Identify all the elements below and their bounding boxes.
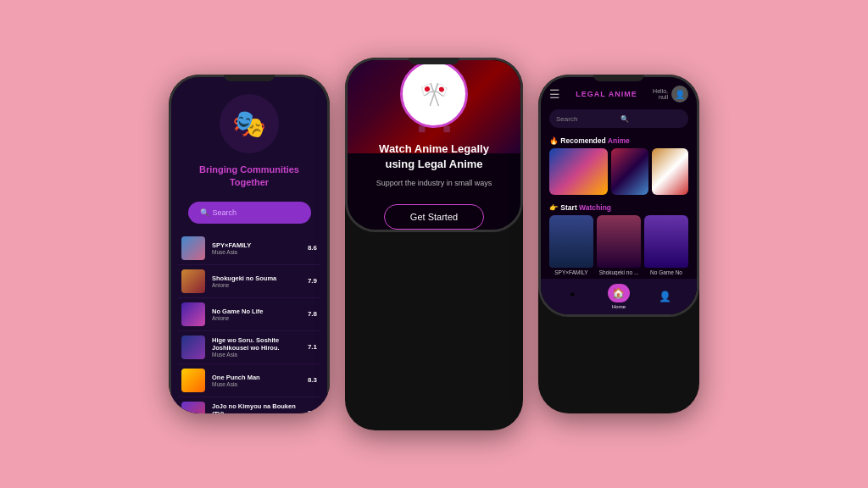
list-item[interactable]: No Game No Life Anione 7.8 (178, 298, 320, 331)
nav-icon: 🏠 (608, 284, 630, 302)
anime-score: 8.6 (308, 244, 317, 252)
phone-1-tagline: Bringing Communities Together (171, 164, 327, 190)
phone-1-anime-list: SPY×FAMILY Muse Asia 8.6 Shokugeki no So… (171, 232, 327, 413)
app-search-icon: 🔍 (620, 115, 682, 123)
banner-2 (611, 148, 648, 195)
app-header: ☰ LEGAL ANIME Hello, null 👤 (541, 77, 697, 106)
anime-title: No Game No Life (212, 308, 308, 315)
hamburger-icon[interactable]: ☰ (549, 87, 560, 101)
phone-2-title: Watch Anime Legally using Legal Anime (348, 141, 520, 172)
phone-2-logo: 🎌 (400, 60, 468, 128)
hello-label: Hello, (653, 88, 668, 94)
nav-item[interactable]: 🏠 Home (608, 284, 630, 309)
anime-card-label: Shokugeki no ... (597, 269, 641, 275)
anime-thumb (181, 269, 205, 293)
app-title: LEGAL ANIME (576, 90, 637, 98)
anime-source: Anione (212, 282, 308, 288)
phone-1-border: 🎭 Bringing Communities Together 🔍 Search… (169, 75, 330, 413)
anime-source: Muse Asia (212, 381, 308, 387)
bottom-nav: ❝ 🏠 Home 👤 (541, 279, 697, 314)
anime-thumb (181, 402, 205, 413)
anime-info: Shokugeki no Souma Anione (212, 274, 308, 288)
anime-card-label: No Game No (644, 269, 688, 275)
phone-1-avatar: 🎭 (220, 94, 279, 153)
phone-1-search-bar[interactable]: 🔍 Search (188, 202, 311, 224)
list-item[interactable]: One Punch Man Muse Asia 8.3 (178, 364, 320, 397)
anime-card[interactable]: SPY×FAMILY (549, 215, 593, 275)
phone-1: 🎭 Bringing Communities Together 🔍 Search… (169, 75, 330, 413)
list-item[interactable]: JoJo no Kimyou na Bouken (TV) Muse Asia … (178, 397, 320, 413)
anime-score: 7.9 (308, 277, 317, 285)
nav-label: Home (612, 304, 626, 309)
phone-3: ☰ LEGAL ANIME Hello, null 👤 Search 🔍 (538, 75, 699, 413)
banner-3 (652, 148, 688, 195)
search-row: Search 🔍 (541, 106, 697, 133)
phone-3-border: ☰ LEGAL ANIME Hello, null 👤 Search 🔍 (538, 75, 699, 317)
start-watching-label: 👉 Start Watching (541, 200, 697, 215)
user-avatar[interactable]: 👤 (671, 86, 688, 103)
start-watching-suffix: Watching (577, 203, 611, 212)
anime-card-img (644, 215, 688, 268)
hello-text: Hello, null (653, 88, 668, 100)
anime-title: SPY×FAMILY (212, 241, 308, 249)
anime-source: Anione (212, 315, 308, 321)
header-right: Hello, null 👤 (653, 86, 688, 103)
anime-thumb (181, 302, 205, 326)
phone-1-search-icon: 🔍 (200, 208, 209, 217)
app-search-bar[interactable]: Search 🔍 (549, 109, 688, 128)
anime-card-label: SPY×FAMILY (549, 269, 593, 275)
phone-2: 👾 🎌 Watch Anime Legally using Legal Anim… (345, 58, 523, 430)
start-watching-emoji: 👉 Start (549, 203, 577, 212)
phone-3-screen: ☰ LEGAL ANIME Hello, null 👤 Search 🔍 (541, 77, 697, 314)
list-item[interactable]: Shokugeki no Souma Anione 7.9 (178, 265, 320, 298)
get-started-button[interactable]: Get Started (384, 204, 484, 230)
app-search-placeholder: Search (556, 115, 617, 123)
hello-user: null (659, 94, 668, 100)
phones-container: 🎭 Bringing Communities Together 🔍 Search… (152, 41, 716, 447)
anime-card-img (597, 215, 641, 268)
anime-thumb (181, 336, 205, 359)
phone-2-subtitle: Support the industry in small ways (359, 179, 509, 187)
phone-1-char-icon: 🎭 (232, 110, 266, 137)
phone-2-border: 👾 🎌 Watch Anime Legally using Legal Anim… (345, 58, 523, 232)
anime-info: JoJo no Kimyou na Bouken (TV) Muse Asia (212, 402, 308, 413)
nav-item[interactable]: 👤 (654, 287, 676, 306)
phone-1-screen: 🎭 Bringing Communities Together 🔍 Search… (171, 77, 327, 413)
nav-item[interactable]: ❝ (561, 287, 583, 306)
anime-info: SPY×FAMILY Muse Asia (212, 241, 308, 255)
phone-2-logo-char: 🎌 (420, 80, 449, 108)
anime-score: 7.1 (308, 343, 317, 351)
anime-info: One Punch Man Muse Asia (212, 374, 308, 387)
anime-score: 8.3 (308, 376, 317, 384)
anime-score: 7.7 (308, 409, 317, 413)
anime-card-img (549, 215, 593, 268)
start-row: SPY×FAMILY Shokugeki no ... No Game No (541, 215, 697, 279)
anime-title: Hige wo Soru. Soshite Joshikousei wo Hir… (212, 336, 308, 352)
anime-source: Muse Asia (212, 352, 308, 358)
anime-card[interactable]: Shokugeki no ... (597, 215, 641, 275)
anime-thumb (181, 369, 205, 392)
recommended-label: 🔥 Recomended Anime (541, 133, 697, 148)
phone-1-search-label: Search (213, 208, 237, 217)
nav-icon: ❝ (561, 287, 583, 306)
list-item[interactable]: SPY×FAMILY Muse Asia 8.6 (178, 232, 320, 265)
anime-info: Hige wo Soru. Soshite Joshikousei wo Hir… (212, 336, 308, 358)
anime-score: 7.8 (308, 310, 317, 318)
banner-1 (549, 148, 608, 195)
banner-row (541, 148, 697, 200)
recommended-suffix: Anime (606, 136, 630, 145)
anime-thumb (181, 236, 205, 260)
anime-info: No Game No Life Anione (212, 308, 308, 321)
recommended-emoji-label: 🔥 Recomended (549, 136, 606, 145)
nav-icon: 👤 (654, 287, 676, 306)
phone-2-screen: 👾 🎌 Watch Anime Legally using Legal Anim… (348, 60, 520, 230)
anime-card[interactable]: No Game No (644, 215, 688, 275)
anime-title: JoJo no Kimyou na Bouken (TV) (212, 402, 308, 413)
anime-title: One Punch Man (212, 374, 308, 381)
list-item[interactable]: Hige wo Soru. Soshite Joshikousei wo Hir… (178, 331, 320, 364)
anime-title: Shokugeki no Souma (212, 274, 308, 282)
anime-source: Muse Asia (212, 249, 308, 255)
